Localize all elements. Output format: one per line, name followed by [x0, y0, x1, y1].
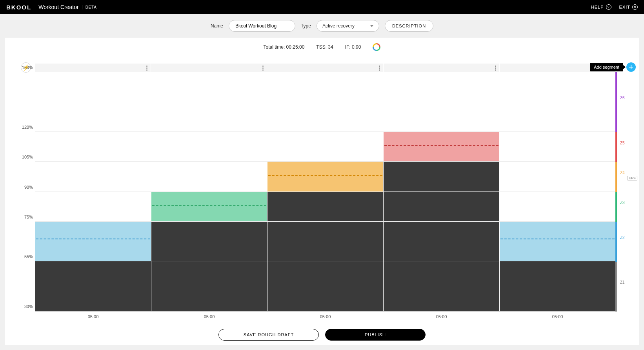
gridline	[35, 221, 615, 222]
description-button[interactable]: DESCRIPTION	[385, 20, 433, 32]
y-axis-label: 120%	[20, 125, 33, 129]
add-segment-tooltip: Add segment	[590, 63, 623, 71]
name-label: Name	[211, 23, 223, 29]
y-axis-label: 75%	[20, 215, 33, 219]
brand-logo: BKOOL	[6, 4, 31, 11]
app-title-text: Workout Creator	[38, 4, 78, 10]
add-segment-wrap: Add segment	[590, 62, 636, 72]
kebab-icon[interactable]	[262, 66, 264, 71]
zone-label: Z2	[620, 235, 625, 240]
zone-stripe	[615, 262, 617, 312]
segment-header-strip	[35, 64, 615, 72]
zone-label: Z3	[620, 201, 625, 205]
type-label: Type	[301, 23, 311, 29]
help-button[interactable]: HELP ?	[591, 4, 611, 10]
segment-color-cap	[384, 132, 499, 162]
total-time-value: 00:25:00	[286, 44, 305, 50]
y-axis-label: 30%	[20, 304, 33, 309]
segment-target-line	[152, 205, 266, 206]
chevron-down-icon	[370, 25, 373, 27]
workout-stats: Total time: 00:25:00 TSS: 34 IF: 0.90	[5, 38, 639, 57]
segment-header[interactable]	[267, 64, 383, 72]
gridline	[35, 131, 615, 132]
zone-stripe	[615, 162, 617, 192]
type-selected-value: Active recovery	[322, 23, 355, 29]
zone-stripe	[615, 222, 617, 262]
segment-time-label: 05:00	[267, 314, 383, 319]
segment-base-bar	[267, 192, 383, 312]
segment-header[interactable]	[35, 64, 151, 72]
help-icon: ?	[606, 4, 611, 10]
zone-stripe	[615, 192, 617, 222]
segment-color-cap	[151, 192, 267, 222]
segment-header[interactable]	[383, 64, 499, 72]
name-input-wrap	[229, 20, 295, 32]
chart-segment[interactable]: 05:00	[35, 72, 151, 311]
segment-base-bar	[35, 261, 151, 311]
chart-segment[interactable]: 05:00	[151, 72, 267, 311]
exit-label: EXIT	[619, 5, 630, 9]
chart-segments: 05:0005:0005:0005:0005:00	[35, 72, 615, 311]
segment-header[interactable]	[151, 64, 267, 72]
chart-segment[interactable]: 05:00	[383, 72, 499, 311]
segment-target-line	[384, 145, 498, 146]
y-axis-label: 150%	[20, 65, 33, 70]
kebab-icon[interactable]	[379, 66, 380, 71]
segment-color-cap	[500, 222, 615, 262]
gridline	[35, 161, 615, 162]
exit-button[interactable]: EXIT ✕	[619, 4, 638, 10]
top-bar: BKOOL Workout Creator BETA HELP ? EXIT ✕	[0, 0, 644, 14]
kebab-icon[interactable]	[146, 66, 147, 71]
gridline	[35, 311, 615, 311]
if: IF: 0.90	[345, 44, 361, 50]
zone-color-bar: Z1Z2Z3Z4Z5Z6UPF	[615, 72, 617, 312]
zone-label: Z5	[620, 140, 625, 145]
gridline	[35, 261, 615, 261]
zone-label: Z1	[620, 280, 625, 284]
zone-stripe	[615, 132, 617, 162]
total-time: Total time: 00:25:00	[264, 44, 305, 50]
editor-panel: Total time: 00:25:00 TSS: 34 IF: 0.90 ⚡ …	[5, 38, 639, 345]
plus-icon	[629, 65, 633, 69]
zone-stripe	[615, 72, 617, 132]
kebab-icon[interactable]	[495, 66, 496, 71]
type-select[interactable]: Active recovery	[317, 20, 379, 32]
y-axis-label: 105%	[20, 155, 33, 159]
tss-value: 34	[328, 44, 333, 50]
publish-button[interactable]: PUBLISH	[325, 329, 426, 341]
action-buttons: SAVE ROUGH DRAFT PUBLISH	[5, 329, 639, 341]
segment-base-bar	[151, 222, 267, 311]
y-axis-label: 90%	[20, 185, 33, 190]
segment-target-line	[500, 239, 615, 239]
workout-form-toolbar: Name Type Active recovery DESCRIPTION	[0, 14, 644, 38]
tss: TSS: 34	[316, 44, 333, 50]
help-label: HELP	[591, 5, 604, 9]
segment-base-bar	[384, 162, 499, 311]
name-input[interactable]	[235, 23, 289, 29]
segment-base-bar	[500, 261, 615, 311]
segment-time-label: 05:00	[35, 314, 151, 319]
close-icon: ✕	[632, 4, 638, 10]
if-label: IF:	[345, 44, 351, 50]
training-peaks-icon[interactable]	[373, 43, 380, 51]
workout-chart[interactable]: 05:0005:0005:0005:0005:00 30%55%75%90%10…	[35, 72, 615, 312]
segment-color-cap	[267, 162, 383, 191]
segment-time-label: 05:00	[384, 314, 499, 319]
zone-label: Z4	[620, 170, 625, 175]
if-value: 0.90	[352, 44, 361, 50]
beta-tag: BETA	[82, 5, 97, 9]
y-axis-label: 55%	[20, 254, 33, 259]
gridline	[35, 191, 615, 192]
segment-color-cap	[35, 222, 151, 262]
save-draft-button[interactable]: SAVE ROUGH DRAFT	[218, 329, 319, 341]
segment-time-label: 05:00	[500, 314, 615, 319]
segment-time-label: 05:00	[151, 314, 267, 319]
chart-segment[interactable]: 05:00	[267, 72, 383, 311]
chart-segment[interactable]: 05:00	[499, 72, 615, 311]
zone-label: Z6	[620, 96, 625, 100]
add-segment-button[interactable]	[626, 62, 636, 72]
gridline	[35, 72, 615, 72]
app-title: Workout Creator BETA	[38, 4, 97, 10]
segment-target-line	[268, 175, 382, 176]
segment-target-line	[36, 239, 150, 239]
